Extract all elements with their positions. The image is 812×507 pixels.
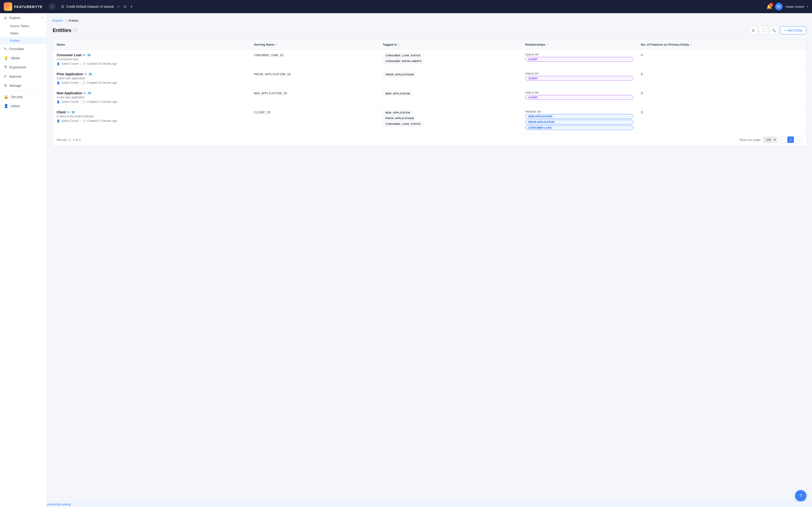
sidebar-item-tables[interactable]: Tables bbox=[0, 30, 47, 37]
user-dropdown-icon[interactable]: ▾ bbox=[807, 5, 808, 8]
notifications-button[interactable]: 🔔 4 bbox=[766, 4, 772, 9]
rows-per-page-select[interactable]: 100 50 25 bbox=[763, 136, 777, 143]
rel-badge-prior-application[interactable]: PRIOR APPLICATION bbox=[525, 120, 633, 124]
sidebar-label-explore: Explore bbox=[9, 16, 39, 20]
rel-badge-new-application[interactable]: NEW APPLICATION bbox=[525, 114, 633, 119]
admin-chevron-icon: › bbox=[42, 105, 43, 107]
share-button[interactable]: ↗ bbox=[116, 4, 121, 10]
layout-toggle-button[interactable]: ⊞ bbox=[749, 26, 757, 35]
search-button[interactable]: 🔍 bbox=[770, 26, 778, 35]
sidebar-item-entities[interactable]: Entities bbox=[0, 37, 47, 44]
sidebar-collapse-button[interactable]: ‹ bbox=[49, 3, 56, 10]
ideate-chevron-icon: › bbox=[42, 57, 43, 59]
rel-label-consumer-loan: CHILD OF: bbox=[525, 53, 633, 56]
sidebar-item-source-tables[interactable]: Source Tables bbox=[0, 22, 47, 30]
rel-cell-consumer-loan: CHILD OF: CLIENT bbox=[521, 50, 637, 69]
col-relationships: Relationships ? bbox=[521, 40, 637, 50]
sidebar-item-formulate[interactable]: ✎ Formulate › bbox=[0, 44, 47, 53]
features-cell-prior-app: 0 bbox=[637, 69, 806, 88]
page-1-button[interactable]: 1 bbox=[787, 136, 794, 143]
copy-icon-prior-app[interactable]: ⧉ bbox=[84, 72, 86, 76]
sidebar-item-approve[interactable]: ✔ Approve › bbox=[0, 72, 47, 81]
sidebar-label-security: Security bbox=[11, 95, 40, 99]
pagination-controls: Rows per page: 100 50 25 ‹ 1 › bbox=[740, 136, 802, 143]
id-badge-prior-app[interactable]: ID bbox=[88, 73, 92, 76]
breadcrumb-current: Entities bbox=[69, 19, 79, 22]
sidebar-label-ideate: Ideate bbox=[11, 56, 40, 60]
serving-name-cell-consumer-loan: CONSUMER_LOAN_ID bbox=[250, 50, 379, 69]
col-tagged-in: Tagged In ? bbox=[379, 40, 521, 50]
sidebar-item-security[interactable]: 🔒 Security › bbox=[0, 92, 47, 101]
id-badge-new-app[interactable]: ID bbox=[87, 92, 92, 95]
tag-consumer-installments[interactable]: CONSUMER_INSTALLMENTS bbox=[383, 59, 424, 63]
dropdown-button[interactable]: ▾ bbox=[130, 4, 133, 10]
rel-badge-client-0[interactable]: CLIENT bbox=[525, 57, 633, 62]
entity-name-cell-prior-app: Prior Application ⧉ ID A prior loan appl… bbox=[53, 69, 250, 88]
clock-icon-4: 🕐 bbox=[82, 119, 85, 122]
tag-prior-applications[interactable]: PRIOR_APPLICATIONS bbox=[383, 72, 417, 77]
features-cell-client: 0 bbox=[637, 107, 806, 133]
entity-meta-new-app: 👤 Xavier Conort | 🕐 Created 17 minutes a… bbox=[57, 100, 246, 104]
breadcrumb-separator: > bbox=[65, 19, 67, 22]
entity-name-cell-client: Client ⧉ ID A client of the credit insti… bbox=[53, 107, 250, 133]
admin-icon: 👤 bbox=[4, 104, 8, 108]
tag-prior-applications-client[interactable]: PRIOR_APPLICATIONS bbox=[383, 116, 417, 121]
tag-new-application[interactable]: NEW_APPLICATION bbox=[383, 91, 413, 96]
manage-chevron-icon: › bbox=[42, 84, 43, 87]
copy-icon-new-app[interactable]: ⧉ bbox=[83, 92, 85, 95]
tag-new-application-client[interactable]: NEW_APPLICATION bbox=[383, 110, 413, 115]
rel-badge-client-1[interactable]: CLIENT bbox=[525, 76, 633, 81]
sidebar-item-explore[interactable]: ◎ Explore ▾ bbox=[0, 13, 47, 22]
breadcrumb-explore[interactable]: Explore bbox=[53, 19, 63, 22]
explore-icon: ◎ bbox=[4, 15, 7, 20]
entity-graph-button[interactable]: ⛶ bbox=[759, 26, 768, 35]
sidebar-item-experiment[interactable]: ⚗ Experiment › bbox=[0, 63, 47, 72]
tagged-in-cell-consumer-loan: CONSUMER_LOAN_STATUS CONSUMER_INSTALLMEN… bbox=[379, 50, 521, 69]
feat-count-new-app: 0 bbox=[641, 91, 643, 95]
feat-count-consumer-loan: 0 bbox=[641, 53, 643, 57]
tag-list-consumer-loan: CONSUMER_LOAN_STATUS CONSUMER_INSTALLMEN… bbox=[383, 53, 518, 63]
nav-center: 🖥 Credit Default Dataset UI tutorial ↗ ⚙… bbox=[58, 4, 763, 10]
rel-list-new-app: CLIENT bbox=[525, 95, 633, 100]
sidebar-item-manage[interactable]: ⚙ Manage › bbox=[0, 81, 47, 90]
next-page-button[interactable]: › bbox=[796, 136, 802, 143]
serving-name-help-icon[interactable]: ? bbox=[275, 43, 277, 46]
prev-page-button[interactable]: ‹ bbox=[779, 136, 786, 143]
rel-badge-client-2[interactable]: CLIENT bbox=[525, 95, 633, 100]
relationships-help-icon[interactable]: ? bbox=[546, 43, 548, 46]
tagged-in-cell-client: NEW_APPLICATION PRIOR_APPLICATIONS CONSU… bbox=[379, 107, 521, 133]
tagged-in-help-icon[interactable]: ? bbox=[398, 43, 400, 46]
entity-desc-consumer-loan: A Consumer loan bbox=[57, 58, 246, 61]
copy-icon-consumer-loan[interactable]: ⧉ bbox=[83, 53, 85, 57]
features-help-icon[interactable]: ? bbox=[690, 43, 692, 46]
table-footer: Results: 1 - 4 of 4 Rows per page: 100 5… bbox=[53, 133, 806, 146]
tag-consumer-loan-status-client[interactable]: CONSUMER_LOAN_STATUS bbox=[383, 122, 423, 126]
id-badge-consumer-loan[interactable]: ID bbox=[87, 54, 91, 57]
user-icon-3: 👤 bbox=[57, 100, 60, 104]
add-entity-button[interactable]: + Add Entity bbox=[780, 26, 806, 34]
sidebar-item-admin[interactable]: 👤 Admin › bbox=[0, 101, 47, 111]
rel-label-client: PARENT OF: bbox=[525, 110, 633, 113]
settings-button[interactable]: ⚙ bbox=[122, 4, 128, 10]
help-fab-button[interactable]: ? bbox=[795, 490, 806, 501]
entities-table-container: Name Serving Name ? Tagged In ? bbox=[53, 39, 806, 146]
serving-name-consumer-loan: CONSUMER_LOAN_ID bbox=[254, 53, 283, 57]
table-body: Consumer Loan ⧉ ID A Consumer loan 👤 Xav… bbox=[53, 50, 806, 133]
rel-badge-consumer-loan[interactable]: CONSUMER LOAN bbox=[525, 125, 633, 130]
features-cell-consumer-loan: 0 bbox=[637, 50, 806, 69]
main-content: Explore > Entities Entities ? ⊞ ⛶ 🔍 + Ad… bbox=[47, 13, 812, 507]
entity-desc-prior-app: A prior loan application bbox=[57, 77, 246, 80]
entity-meta-prior-app: 👤 Xavier Conort | 🕐 Created 16 minutes a… bbox=[57, 81, 246, 84]
sidebar-item-ideate[interactable]: 💡 Ideate › bbox=[0, 53, 47, 63]
rel-cell-new-app: CHILD OF: CLIENT bbox=[521, 88, 637, 107]
entity-name-prior-app: Prior Application ⧉ ID bbox=[57, 72, 246, 76]
manage-icon: ⚙ bbox=[4, 83, 7, 88]
copy-icon-client[interactable]: ⧉ bbox=[67, 111, 69, 114]
id-badge-client[interactable]: ID bbox=[71, 111, 75, 114]
rel-list-prior-app: CLIENT bbox=[525, 76, 633, 81]
tag-consumer-loan-status[interactable]: CONSUMER_LOAN_STATUS bbox=[383, 53, 423, 58]
rel-label-prior-app: CHILD OF: bbox=[525, 72, 633, 75]
logo-text: FEATUREBYTE bbox=[14, 5, 43, 9]
entity-meta-client: 👤 Xavier Conort | 🕐 Created 17 minutes a… bbox=[57, 119, 246, 122]
page-title-help-icon[interactable]: ? bbox=[73, 28, 77, 33]
